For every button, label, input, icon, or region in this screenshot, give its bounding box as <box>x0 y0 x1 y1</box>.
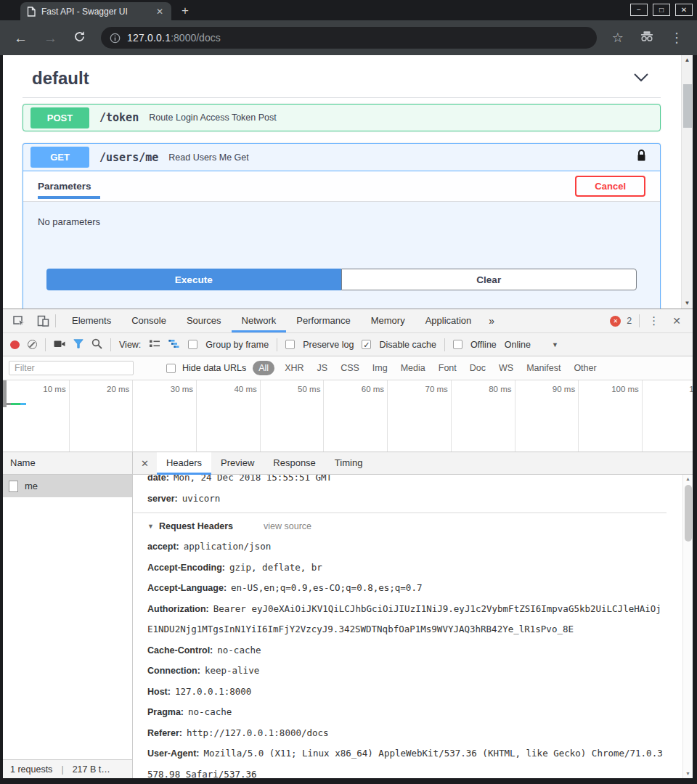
document-icon <box>9 481 18 492</box>
resource-filter-css[interactable]: CSS <box>335 361 364 375</box>
devtools-right-controls: ✕ 2 ⋮ ✕ <box>610 314 688 327</box>
resource-filter-other[interactable]: Other <box>568 361 601 375</box>
endpoint-summary: Route Login Access Token Post <box>149 113 277 123</box>
devtools-tab-elements[interactable]: Elements <box>62 309 121 332</box>
detail-tab-response[interactable]: Response <box>264 452 325 474</box>
devtools-tab-memory[interactable]: Memory <box>361 309 415 332</box>
error-badge-icon[interactable]: ✕ <box>610 316 621 327</box>
endpoint-post-token[interactable]: POST /token Route Login Access Token Pos… <box>23 104 661 131</box>
tab-parameters[interactable]: Parameters <box>38 171 91 202</box>
back-button[interactable]: ← <box>9 31 33 45</box>
detail-tab-headers[interactable]: Headers <box>157 452 211 474</box>
resource-filter-font[interactable]: Font <box>433 361 462 375</box>
search-icon[interactable] <box>91 338 102 351</box>
offline-label: Offline <box>470 340 497 350</box>
resource-filter-doc[interactable]: Doc <box>465 361 491 375</box>
detail-scrollbar[interactable]: ▲ ▼ <box>682 475 693 778</box>
devtools-tab-performance[interactable]: Performance <box>286 309 360 332</box>
lock-icon[interactable] <box>636 149 647 166</box>
incognito-icon <box>635 30 659 46</box>
timeline-tick-label: 10 ms <box>43 385 65 393</box>
browser-menu-icon[interactable]: ⋮ <box>665 30 688 46</box>
disable-cache-checkbox[interactable]: ✓ <box>362 340 371 349</box>
request-list: me <box>3 475 132 759</box>
capture-screenshots-icon[interactable] <box>54 339 65 351</box>
throttling-select[interactable]: Online <box>505 340 531 350</box>
view-source-link[interactable]: view source <box>264 517 311 536</box>
clear-button[interactable]: Clear <box>341 269 637 290</box>
resource-filter-all[interactable]: All <box>253 361 274 375</box>
resource-filter-manifest[interactable]: Manifest <box>521 361 566 375</box>
header-row: Authorization:Bearer eyJ0eXAiOiJKV1QiLCJ… <box>147 599 667 640</box>
devtools-tab-console[interactable]: Console <box>121 309 176 332</box>
filter-funnel-icon[interactable] <box>73 339 83 351</box>
group-by-frame-checkbox[interactable] <box>188 340 197 349</box>
devtools-panel: ElementsConsoleSourcesNetworkPerformance… <box>3 309 693 778</box>
name-column-header[interactable]: Name <box>3 452 132 475</box>
record-button[interactable] <box>10 340 20 349</box>
more-tabs-icon[interactable]: » <box>481 315 502 327</box>
preserve-log-checkbox[interactable] <box>285 340 295 349</box>
devtools-tab-application[interactable]: Application <box>415 309 482 332</box>
reload-button[interactable] <box>68 30 91 45</box>
endpoint-get-users-me[interactable]: GET /users/me Read Users Me Get <box>23 144 660 171</box>
header-value: application/json <box>184 541 271 552</box>
scrollbar-thumb[interactable] <box>683 84 692 128</box>
filter-input[interactable] <box>9 361 134 375</box>
detail-tab-preview[interactable]: Preview <box>211 452 264 474</box>
scroll-down-icon[interactable]: ▼ <box>685 298 690 309</box>
request-headers-title[interactable]: Request Headers <box>159 517 233 536</box>
execute-button[interactable]: Execute <box>46 269 341 290</box>
request-headers-section: ▼ Request Headers view source <box>147 517 667 536</box>
scrollbar-thumb[interactable] <box>685 485 692 542</box>
maximize-button[interactable]: □ <box>653 4 670 16</box>
devtools-close-icon[interactable]: ✕ <box>668 315 685 327</box>
resource-filter-js[interactable]: JS <box>312 361 333 375</box>
header-name: Host: <box>147 687 171 697</box>
devtools-tab-network[interactable]: Network <box>232 309 287 332</box>
new-tab-button[interactable]: + <box>182 4 189 18</box>
scroll-down-icon[interactable]: ▼ <box>685 769 690 778</box>
scroll-up-icon[interactable]: ▲ <box>685 55 690 65</box>
resource-filter-ws[interactable]: WS <box>494 361 518 375</box>
devtools-tab-sources[interactable]: Sources <box>176 309 232 332</box>
page-scrollbar[interactable]: ▲ ▼ <box>681 55 693 309</box>
resource-filter-xhr[interactable]: XHR <box>280 361 309 375</box>
close-button[interactable]: ✕ <box>675 4 693 16</box>
detail-tab-timing[interactable]: Timing <box>325 452 372 474</box>
resource-filter-media[interactable]: Media <box>396 361 431 375</box>
swagger-section-header[interactable]: default <box>23 55 661 98</box>
view-label: View: <box>119 340 141 350</box>
clear-requests-icon[interactable] <box>28 340 37 349</box>
timeline-column: 40 ms <box>197 380 261 452</box>
chevron-down-icon[interactable] <box>633 72 649 85</box>
url-bar[interactable]: 127.0.0.1:8000/docs <box>101 27 597 49</box>
tab-close-icon[interactable]: ✕ <box>155 7 165 17</box>
info-icon[interactable] <box>110 33 121 44</box>
collapse-triangle-icon[interactable]: ▼ <box>147 517 154 536</box>
resource-filter-img[interactable]: Img <box>367 361 393 375</box>
request-row[interactable]: me <box>3 475 132 497</box>
cancel-button[interactable]: Cancel <box>575 176 645 197</box>
bookmark-star-icon[interactable]: ☆ <box>607 30 629 46</box>
minimize-button[interactable]: − <box>630 4 648 16</box>
timeline-tick-label: 70 ms <box>425 385 447 393</box>
detail-close-icon[interactable]: ✕ <box>133 458 157 469</box>
browser-tab[interactable]: Fast API - Swagger UI ✕ <box>20 2 171 20</box>
offline-checkbox[interactable] <box>453 340 462 349</box>
throttling-dropdown-icon[interactable]: ▼ <box>552 341 558 348</box>
header-name: Pragma: <box>147 707 184 717</box>
devtools-menu-icon[interactable]: ⋮ <box>645 314 662 327</box>
timeline-tick-label: 90 ms <box>553 385 575 393</box>
endpoint-summary: Read Users Me Get <box>168 152 248 163</box>
browser-window: Fast API - Swagger UI ✕ + − □ ✕ ← → 127.… <box>0 0 697 784</box>
hide-data-urls-label: Hide data URLs <box>182 363 246 373</box>
view-list-icon[interactable] <box>149 339 160 351</box>
hide-data-urls-checkbox[interactable] <box>166 364 176 373</box>
header-value: keep-alive <box>205 665 259 676</box>
requests-panel: Name me 1 requests | 217 B t… <box>3 452 133 778</box>
device-toolbar-icon[interactable] <box>31 315 55 327</box>
inspect-element-icon[interactable] <box>7 315 31 327</box>
scroll-up-icon[interactable]: ▲ <box>685 475 690 483</box>
view-waterfall-icon[interactable] <box>168 339 180 351</box>
